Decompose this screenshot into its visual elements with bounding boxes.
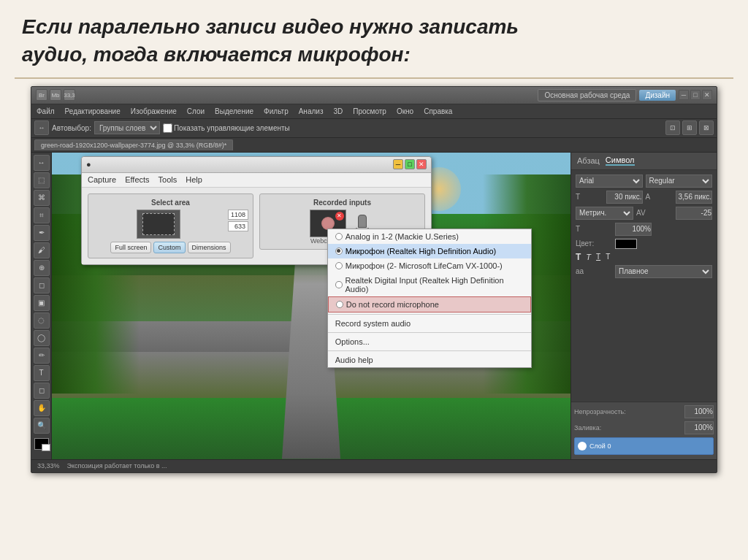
opacity-input[interactable] — [684, 405, 714, 418]
tool-pen[interactable]: ✏ — [34, 348, 50, 364]
type-T1: T — [576, 252, 581, 262]
font-size-input[interactable] — [606, 191, 643, 204]
tool-move[interactable]: ↔ — [34, 155, 50, 171]
ps-type-row: T T T T — [576, 252, 712, 262]
tool-text[interactable]: T — [34, 365, 50, 381]
tracking-input[interactable] — [676, 191, 712, 204]
ps-fill-row: Заливка: — [574, 421, 714, 434]
ps-statusbar: 33,33% Экспозиция работает только в ... — [31, 459, 717, 472]
cam-menu-help[interactable]: Help — [186, 175, 202, 184]
autoselect-dropdown[interactable]: Группы слоев — [94, 121, 160, 134]
audio-item-help[interactable]: Audio help — [328, 353, 531, 367]
audio-item-realtek-mic[interactable]: Микрофон (Realtek High Definition Audio) — [328, 244, 531, 258]
menu-3d[interactable]: 3D — [331, 107, 345, 115]
tool-gradient[interactable]: ▣ — [34, 295, 50, 311]
ps-layer-item[interactable]: Слой 0 — [574, 437, 714, 455]
panel-tab-paragraph[interactable]: Абзац — [577, 156, 600, 165]
metric-select[interactable]: Метрич. — [576, 207, 633, 220]
cam-recorded-inputs: Recorded inputs ✕ Webcam off — [259, 193, 425, 250]
audio-item-system-audio[interactable]: Record system audio — [328, 316, 531, 331]
show-controls-checkbox[interactable]: Показать управляющие элементы — [163, 123, 290, 133]
audio-radio-realtek-digital — [335, 281, 343, 288]
fg-bg-colors[interactable] — [34, 438, 49, 450]
menu-select[interactable]: Выделение — [213, 107, 256, 115]
menu-window[interactable]: Окно — [394, 107, 416, 115]
ps-window: Br Mb 33,3 Основная рабочая среда Дизайн… — [31, 86, 717, 473]
tool-clone[interactable]: ⊕ — [34, 260, 50, 276]
tracking-value-input[interactable] — [676, 207, 712, 220]
design-button[interactable]: Дизайн — [639, 90, 676, 101]
menu-edit[interactable]: Редактирование — [63, 107, 123, 115]
ps-options-bar: ↔ Автовыбор: Группы слоев Показать управ… — [31, 119, 717, 138]
fullscreen-btn[interactable]: Full screen — [110, 242, 151, 253]
tool-lasso[interactable]: ⌘ — [34, 190, 50, 206]
audio-dropdown[interactable]: Analog in 1-2 (Mackie U.Series) Микрофон… — [327, 229, 532, 368]
color-label: Цвет: — [576, 239, 612, 248]
audio-item-options[interactable]: Options... — [328, 334, 531, 349]
menu-image[interactable]: Изображение — [129, 107, 179, 115]
custom-btn[interactable]: Custom — [153, 242, 185, 253]
cam-minimize-btn[interactable]: ─ — [393, 159, 403, 169]
cam-menubar: Capture Effects Tools Help — [82, 173, 431, 188]
menu-analysis[interactable]: Анализ — [297, 107, 326, 115]
smooth-select[interactable]: Плавное — [615, 265, 712, 278]
cam-close-btn[interactable]: ✕ — [416, 159, 427, 169]
camtasia-window[interactable]: ● ─ □ ✕ Capture Effects Tools — [81, 156, 432, 265]
tool-eraser[interactable]: ◻ — [34, 277, 50, 294]
panel-tab-symbol[interactable]: Символ — [606, 156, 635, 166]
menu-help[interactable]: Справка — [421, 107, 454, 115]
audio-item-analog[interactable]: Analog in 1-2 (Mackie U.Series) — [328, 229, 531, 244]
cam-maximize-btn[interactable]: □ — [405, 159, 415, 169]
fill-input[interactable] — [684, 421, 714, 434]
align-icon-1[interactable]: ⊡ — [665, 120, 680, 135]
cam-webcam-row: ✕ Webcam off — [264, 210, 420, 245]
tool-dodge[interactable]: ◯ — [34, 330, 50, 346]
cam-menu-capture[interactable]: Capture — [88, 175, 116, 184]
ps-close-btn[interactable]: ✕ — [702, 90, 712, 100]
show-controls-input[interactable] — [163, 123, 172, 133]
color-swatch[interactable] — [615, 239, 637, 249]
layer-eye-icon — [578, 442, 587, 450]
audio-divider2 — [328, 332, 531, 333]
move-tool-icon[interactable]: ↔ — [34, 120, 49, 135]
ps-minimize-btn[interactable]: ─ — [679, 90, 689, 100]
menu-view[interactable]: Просмотр — [351, 107, 389, 115]
menu-file[interactable]: Файл — [34, 107, 57, 115]
tool-blur[interactable]: ◌ — [34, 312, 50, 329]
audio-item-lifecam[interactable]: Микрофон (2- Microsoft LifeCam VX-1000-) — [328, 258, 531, 273]
tool-select[interactable]: ⬚ — [34, 172, 50, 188]
size-icon: T — [576, 193, 603, 201]
slide-container: Если паралельно записи видео нужно запис… — [0, 0, 748, 560]
ps-titlebar: Br Mb 33,3 Основная рабочая среда Дизайн… — [31, 87, 717, 104]
tool-crop[interactable]: ⌗ — [34, 207, 50, 223]
size2-icon: A — [646, 193, 673, 201]
dimensions-btn[interactable]: Dimensions — [188, 242, 231, 253]
webcam-off-icon: ✕ — [335, 212, 344, 220]
tool-shape[interactable]: ◻ — [34, 383, 50, 399]
tool-brush[interactable]: 🖌 — [34, 242, 50, 258]
ps-icon-mb: Mb — [50, 89, 61, 101]
audio-item-do-not-record[interactable]: Do not record microphone — [328, 296, 531, 312]
cam-recorded-title: Recorded inputs — [264, 199, 420, 207]
align-icon-2[interactable]: ⊞ — [682, 120, 697, 135]
tool-eyedrop[interactable]: ✒ — [34, 225, 50, 241]
align-icon-3[interactable]: ⊠ — [699, 120, 714, 135]
ps-app-icons: Br Mb 33,3 — [36, 89, 75, 101]
tool-hand[interactable]: ✋ — [34, 400, 50, 416]
font-style-select[interactable]: Regular — [646, 174, 713, 188]
slide-body: Br Mb 33,3 Основная рабочая среда Дизайн… — [0, 79, 748, 480]
cam-menu-tools[interactable]: Tools — [159, 175, 178, 184]
cam-title: ● — [86, 160, 91, 169]
ps-size-row: T A — [576, 191, 712, 204]
audio-item-realtek-digital[interactable]: Realtek Digital Input (Realtek High Defi… — [328, 273, 531, 296]
tool-zoom[interactable]: 🔍 — [34, 418, 50, 434]
menu-filter[interactable]: Фильтр — [262, 107, 291, 115]
scale-input[interactable] — [615, 223, 652, 236]
font-family-select[interactable]: Arial — [576, 174, 643, 188]
image-tab[interactable]: green-road-1920x1200-wallpaper-3774.jpg … — [34, 139, 233, 150]
ps-maximize-btn[interactable]: □ — [690, 90, 701, 100]
menu-layers[interactable]: Слои — [185, 107, 207, 115]
audio-divider — [328, 314, 531, 315]
ps-right-panel: Абзац Символ Arial Regular — [570, 153, 717, 459]
cam-menu-effects[interactable]: Effects — [125, 175, 149, 184]
